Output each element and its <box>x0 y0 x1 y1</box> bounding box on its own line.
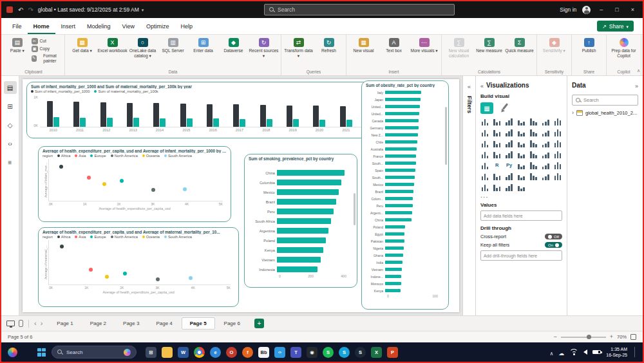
page-tab-page-2[interactable]: Page 2 <box>82 318 114 329</box>
bar[interactable] <box>277 209 334 214</box>
100-stacked-bar-chart-icon[interactable] <box>529 117 538 126</box>
bar[interactable] <box>277 170 345 176</box>
scatter-point-south-america[interactable] <box>189 276 193 280</box>
bar[interactable] <box>53 117 59 127</box>
bar[interactable] <box>385 239 404 243</box>
ribbon-format-painter-button[interactable]: ✎Format painter <box>30 53 62 63</box>
keep-all-filters-toggle[interactable]: On <box>545 242 562 248</box>
bar-row[interactable]: France <box>366 153 444 160</box>
page-tab-page-3[interactable]: Page 3 <box>115 318 147 329</box>
skype-icon[interactable]: S <box>339 347 350 358</box>
bar[interactable] <box>385 140 417 144</box>
bar[interactable] <box>80 118 86 127</box>
ribbon-prep-data-for-copilot-button[interactable]: Prep data for Copilot <box>609 36 639 58</box>
r-script-visual-icon[interactable]: R <box>493 161 502 169</box>
bar[interactable] <box>385 154 416 158</box>
start-button[interactable] <box>37 348 46 357</box>
close-button[interactable]: × <box>628 6 638 13</box>
bar-group[interactable] <box>226 95 252 127</box>
report-view-icon[interactable]: ▤ <box>4 81 17 94</box>
desktop-layout-icon[interactable] <box>6 321 15 326</box>
zoom-slider-knob[interactable] <box>587 335 591 339</box>
stacked-area-chart-icon[interactable] <box>493 128 502 136</box>
file-explorer-icon[interactable] <box>162 347 173 358</box>
redo-icon[interactable] <box>28 6 33 14</box>
mobile-layout-icon[interactable] <box>19 320 23 327</box>
bar-group[interactable] <box>146 95 173 127</box>
gauge-icon[interactable] <box>493 150 502 158</box>
menu-help[interactable]: Help <box>175 18 198 34</box>
bar[interactable] <box>293 119 299 127</box>
bar[interactable] <box>277 237 326 243</box>
ribbon-transform-data-button[interactable]: ⇄Transform data ▾ <box>283 36 314 58</box>
get-more-visuals-icon[interactable] <box>517 183 526 191</box>
data-table-item[interactable]: global_health_2010_2... <box>572 109 638 116</box>
bar[interactable] <box>385 162 416 165</box>
add-page-button[interactable]: + <box>254 319 264 328</box>
bar-row[interactable]: Egypt <box>366 230 444 237</box>
bar-row[interactable]: Argenti... <box>366 209 444 216</box>
bar-group[interactable] <box>333 95 359 127</box>
bar[interactable] <box>277 247 323 253</box>
menu-home[interactable]: Home <box>28 18 55 34</box>
page-tab-page-1[interactable]: Page 1 <box>49 318 80 329</box>
bar-group[interactable] <box>279 95 306 127</box>
bar[interactable] <box>277 180 341 185</box>
scrollbar[interactable] <box>354 193 355 225</box>
map-icon[interactable] <box>529 139 538 147</box>
bar-row[interactable]: Mexico <box>366 181 444 188</box>
button-slicer-icon[interactable] <box>541 172 550 180</box>
bar[interactable] <box>385 147 417 151</box>
bar-row[interactable]: Brazil <box>366 188 444 195</box>
visual-scatter-maternal[interactable]: Average of health_expenditure_per_capita… <box>38 227 239 307</box>
excel-icon[interactable]: X <box>371 347 382 358</box>
bar-row[interactable]: China <box>249 168 353 178</box>
data-search-input[interactable]: Search <box>572 95 638 106</box>
bar-row[interactable]: China <box>366 216 444 223</box>
ribbon-dataverse-button[interactable]: ◆Dataverse <box>218 36 249 53</box>
bar[interactable] <box>240 119 245 127</box>
pie-chart-icon[interactable] <box>493 139 502 147</box>
bar-row[interactable]: Colom... <box>366 195 444 202</box>
bar-row[interactable]: Peru <box>366 202 444 209</box>
next-page-icon[interactable]: › <box>41 320 43 327</box>
bar[interactable] <box>319 120 325 127</box>
bar-row[interactable]: Indonesia <box>249 265 353 274</box>
word-icon[interactable]: W <box>178 347 189 358</box>
ribbon-text-box-button[interactable]: AText box <box>379 36 409 53</box>
menu-view[interactable]: View <box>117 18 140 34</box>
key-influencers-icon[interactable] <box>517 161 526 169</box>
bar[interactable] <box>107 118 113 127</box>
collapse-visualizations-icon[interactable] <box>480 79 484 91</box>
bar-row[interactable]: India <box>366 259 444 266</box>
shape-map-icon[interactable] <box>553 139 562 147</box>
bar-row[interactable]: Germany <box>366 124 444 131</box>
bar-group[interactable] <box>93 95 120 127</box>
ribbon-recent-sources-button[interactable]: ↻Recent sources ▾ <box>249 36 279 58</box>
bar[interactable] <box>313 106 319 127</box>
azure-map-icon[interactable] <box>480 150 489 158</box>
line-and-stacked-column-chart-icon[interactable] <box>505 128 514 136</box>
bar-group[interactable] <box>306 95 332 127</box>
bar[interactable] <box>127 103 133 127</box>
more-visual-types[interactable]: ... <box>480 194 562 198</box>
spotify-icon[interactable]: S <box>323 347 334 358</box>
power-apps-icon[interactable] <box>517 172 526 180</box>
scatter-point-europe[interactable] <box>123 272 127 275</box>
widgets-icon[interactable] <box>8 348 17 357</box>
table-view-icon[interactable]: ⊞ <box>4 100 17 113</box>
bar-row[interactable]: Kenya <box>366 287 444 294</box>
fit-to-page-icon[interactable] <box>630 334 636 340</box>
teams-icon[interactable]: T <box>290 347 301 358</box>
vscode-icon[interactable]: ‹› <box>274 347 285 358</box>
share-button[interactable]: Share <box>597 21 634 32</box>
scatter-point-asia[interactable] <box>89 268 93 272</box>
battery-icon[interactable] <box>592 350 601 355</box>
ribbon-chart-icon[interactable] <box>529 128 538 136</box>
line-chart-icon[interactable] <box>553 117 562 126</box>
filters-pane-collapsed[interactable]: Filters <box>462 76 475 315</box>
cross-report-toggle[interactable]: Off <box>545 234 562 239</box>
ribbon-new-visual-button[interactable]: ▦New visual <box>348 36 379 53</box>
bar[interactable] <box>277 228 328 234</box>
bar[interactable] <box>385 268 402 272</box>
